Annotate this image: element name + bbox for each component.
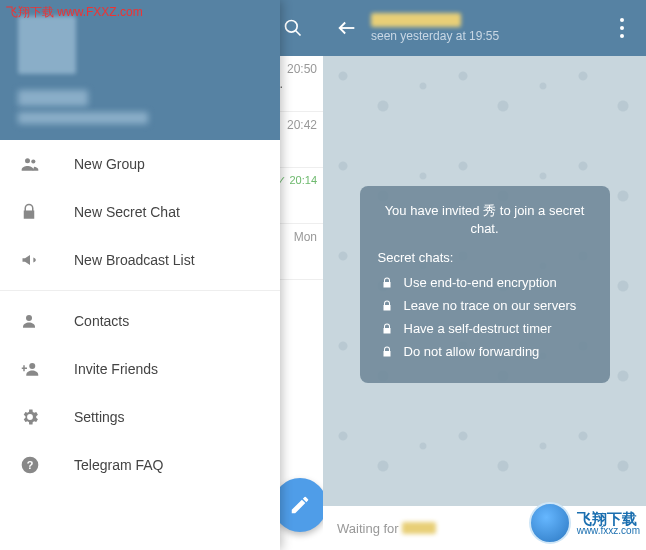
more-button[interactable] bbox=[604, 0, 640, 56]
profile-phone bbox=[18, 112, 148, 124]
svg-point-2 bbox=[25, 158, 30, 163]
secret-feature: Have a self-destruct timer bbox=[378, 321, 592, 336]
compose-fab[interactable] bbox=[273, 478, 327, 532]
chat-last-seen: seen yesterday at 19:55 bbox=[371, 29, 499, 43]
menu-divider bbox=[0, 290, 280, 291]
help-icon: ? bbox=[20, 455, 48, 475]
right-panel: seen yesterday at 19:55 You have invited… bbox=[323, 0, 646, 550]
menu-telegram-faq[interactable]: ? Telegram FAQ bbox=[0, 441, 280, 489]
search-icon bbox=[283, 18, 303, 38]
navigation-drawer: New Group New Secret Chat New Broadcast … bbox=[0, 0, 280, 550]
lock-icon bbox=[378, 299, 396, 313]
chat-body: You have invited 秀 to join a secret chat… bbox=[323, 56, 646, 506]
pencil-icon bbox=[289, 494, 311, 516]
more-vertical-icon bbox=[620, 16, 624, 40]
redacted-name bbox=[402, 522, 436, 534]
left-panel: 20:50 a... 20:42 ✓ 20:14 Mon New Group N… bbox=[0, 0, 323, 550]
drawer-header bbox=[0, 0, 280, 140]
waiting-text: Waiting for bbox=[337, 521, 399, 536]
menu-label: Telegram FAQ bbox=[74, 457, 163, 473]
menu-new-broadcast-list[interactable]: New Broadcast List bbox=[0, 236, 280, 284]
menu-label: New Group bbox=[74, 156, 145, 172]
person-add-icon bbox=[20, 360, 48, 378]
feature-text: Use end-to-end encryption bbox=[404, 275, 557, 290]
menu-label: New Broadcast List bbox=[74, 252, 195, 268]
lock-icon bbox=[378, 322, 396, 336]
svg-line-1 bbox=[296, 31, 301, 36]
watermark-logo: 飞翔下载 www.fxxz.com bbox=[529, 502, 640, 544]
svg-point-0 bbox=[286, 21, 298, 33]
feature-text: Have a self-destruct timer bbox=[404, 321, 552, 336]
lock-icon bbox=[378, 276, 396, 290]
watermark-top: 飞翔下载 www.FXXZ.com bbox=[6, 4, 143, 21]
megaphone-icon bbox=[20, 250, 48, 270]
menu-invite-friends[interactable]: Invite Friends bbox=[0, 345, 280, 393]
feature-text: Leave no trace on our servers bbox=[404, 298, 577, 313]
secret-feature: Do not allow forwarding bbox=[378, 344, 592, 359]
invite-line: You have invited 秀 to join a secret chat… bbox=[378, 202, 592, 238]
menu-label: Settings bbox=[74, 409, 125, 425]
secret-feature: Use end-to-end encryption bbox=[378, 275, 592, 290]
brand-circle-icon bbox=[529, 502, 571, 544]
menu-new-group[interactable]: New Group bbox=[0, 140, 280, 188]
group-icon bbox=[20, 154, 48, 174]
brand-name: 飞翔下载 bbox=[577, 511, 640, 526]
profile-avatar bbox=[18, 16, 76, 74]
chat-top-bar: seen yesterday at 19:55 bbox=[323, 0, 646, 56]
arrow-left-icon bbox=[336, 17, 358, 39]
back-button[interactable] bbox=[333, 17, 361, 39]
menu-settings[interactable]: Settings bbox=[0, 393, 280, 441]
menu-label: New Secret Chat bbox=[74, 204, 180, 220]
brand-url: www.fxxz.com bbox=[577, 526, 640, 536]
lock-icon bbox=[378, 345, 396, 359]
lock-icon bbox=[20, 202, 48, 222]
svg-point-5 bbox=[29, 363, 35, 369]
menu-contacts[interactable]: Contacts bbox=[0, 297, 280, 345]
secret-chat-info: You have invited 秀 to join a secret chat… bbox=[360, 186, 610, 383]
secret-feature: Leave no trace on our servers bbox=[378, 298, 592, 313]
chat-title bbox=[371, 13, 461, 27]
feature-text: Do not allow forwarding bbox=[404, 344, 540, 359]
secret-chats-heading: Secret chats: bbox=[378, 250, 592, 265]
menu-new-secret-chat[interactable]: New Secret Chat bbox=[0, 188, 280, 236]
person-icon bbox=[20, 312, 48, 330]
svg-point-4 bbox=[26, 315, 32, 321]
svg-text:?: ? bbox=[27, 459, 34, 471]
profile-name bbox=[18, 90, 88, 106]
gear-icon bbox=[20, 407, 48, 427]
menu-label: Contacts bbox=[74, 313, 129, 329]
svg-point-3 bbox=[31, 159, 35, 163]
menu-label: Invite Friends bbox=[74, 361, 158, 377]
chat-time: 20:14 bbox=[289, 174, 317, 186]
